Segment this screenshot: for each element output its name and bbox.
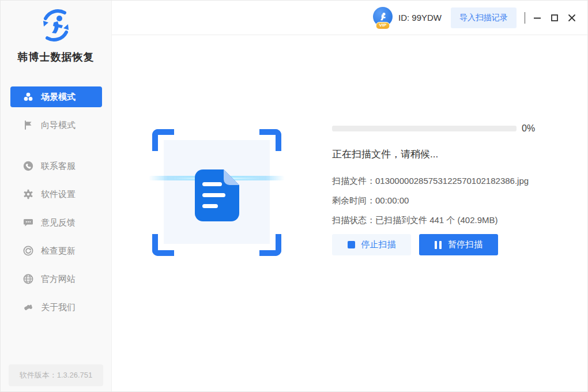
scan-corner-bottom-right	[259, 234, 281, 256]
stop-scan-button[interactable]: 停止扫描	[332, 234, 411, 255]
feedback-icon	[23, 217, 33, 228]
scan-detail-rows: 扫描文件： 01300000285753122570102182386.jpg …	[332, 175, 563, 225]
pause-icon	[435, 241, 442, 249]
maximize-button[interactable]	[546, 9, 563, 27]
update-icon	[23, 246, 33, 256]
document-icon	[195, 169, 239, 221]
handshake-icon	[23, 302, 33, 312]
progress-bar	[332, 126, 517, 131]
scan-animation	[152, 129, 281, 256]
scan-file-value: 01300000285753122570102182386.jpg	[375, 175, 529, 186]
scan-status-message: 正在扫描文件，请稍候...	[332, 148, 563, 161]
scan-corner-top-left	[152, 129, 174, 151]
scan-state-value: 已扫描到文件 441 个 (402.9MB)	[375, 214, 498, 225]
gear-icon	[23, 189, 33, 199]
progress-percent: 0%	[522, 123, 535, 134]
sidebar: 韩博士数据恢复 场景模式 向导模式 联系客服	[1, 1, 112, 391]
sidebar-item-official-website[interactable]: 官方网站	[10, 269, 102, 289]
sidebar-item-check-update[interactable]: 检查更新	[10, 240, 102, 261]
topbar: VIP ID: 99YDW 导入扫描记录	[112, 1, 587, 35]
flag-icon	[23, 120, 33, 130]
phone-icon	[23, 161, 33, 171]
sidebar-item-label: 官方网站	[41, 274, 76, 285]
scene-mode-icon	[23, 92, 33, 102]
remaining-time-row: 剩余时间： 00:00:00	[332, 195, 563, 206]
maximize-icon	[550, 13, 559, 22]
stop-scan-label: 停止扫描	[361, 239, 396, 250]
sidebar-item-wizard-mode[interactable]: 向导模式	[10, 115, 102, 135]
topbar-divider	[525, 12, 525, 24]
scan-file-row: 扫描文件： 01300000285753122570102182386.jpg	[332, 175, 563, 186]
sidebar-item-label: 关于我们	[41, 302, 76, 313]
sidebar-item-label: 软件设置	[41, 189, 76, 200]
user-avatar[interactable]: VIP	[372, 6, 394, 29]
scan-state-row: 扫描状态： 已扫描到文件 441 个 (402.9MB)	[332, 214, 563, 225]
vip-badge: VIP	[376, 22, 390, 29]
scan-state-label: 扫描状态：	[332, 214, 375, 225]
version-label: 软件版本：1.3.26.751	[9, 364, 103, 386]
scan-corner-top-right	[259, 129, 281, 151]
scan-corner-bottom-left	[152, 234, 174, 256]
scan-page: 0% 正在扫描文件，请稍候... 扫描文件： 01300000285753122…	[112, 35, 587, 391]
pause-scan-label: 暂停扫描	[448, 239, 483, 250]
sidebar-item-feedback[interactable]: 意见反馈	[10, 212, 102, 233]
sidebar-item-label: 联系客服	[41, 161, 76, 172]
import-scan-records-button[interactable]: 导入扫描记录	[451, 7, 517, 28]
main-area: VIP ID: 99YDW 导入扫描记录	[112, 1, 587, 391]
remaining-time-value: 00:00:00	[375, 195, 409, 206]
logo-area: 韩博士数据恢复	[1, 1, 111, 64]
minimize-icon	[533, 13, 542, 22]
sidebar-item-label: 意见反馈	[41, 217, 76, 228]
progress-row: 0%	[332, 123, 563, 134]
scan-actions: 停止扫描 暂停扫描	[332, 234, 563, 255]
pause-scan-button[interactable]: 暂停扫描	[419, 234, 498, 255]
sidebar-item-label: 检查更新	[41, 246, 76, 257]
sidebar-item-contact-support[interactable]: 联系客服	[10, 156, 102, 176]
sidebar-item-scene-mode[interactable]: 场景模式	[10, 86, 102, 107]
sidebar-item-about-us[interactable]: 关于我们	[10, 297, 102, 318]
close-icon	[567, 13, 576, 22]
remaining-time-label: 剩余时间：	[332, 195, 375, 206]
sidebar-item-label: 向导模式	[41, 120, 76, 131]
app-title: 韩博士数据恢复	[1, 50, 111, 64]
user-id: ID: 99YDW	[398, 13, 442, 22]
minimize-button[interactable]	[529, 9, 546, 27]
app-window: 韩博士数据恢复 场景模式 向导模式 联系客服	[0, 0, 588, 392]
sidebar-item-software-settings[interactable]: 软件设置	[10, 184, 102, 205]
sidebar-item-label: 场景模式	[41, 92, 76, 103]
scan-file-label: 扫描文件：	[332, 175, 375, 186]
app-logo-icon	[38, 7, 74, 43]
sidebar-nav: 场景模式 向导模式 联系客服 软件设置	[1, 86, 111, 318]
globe-icon	[23, 274, 33, 284]
scan-info-panel: 0% 正在扫描文件，请稍候... 扫描文件： 01300000285753122…	[332, 123, 563, 255]
close-button[interactable]	[563, 9, 581, 27]
stop-icon	[348, 241, 355, 248]
